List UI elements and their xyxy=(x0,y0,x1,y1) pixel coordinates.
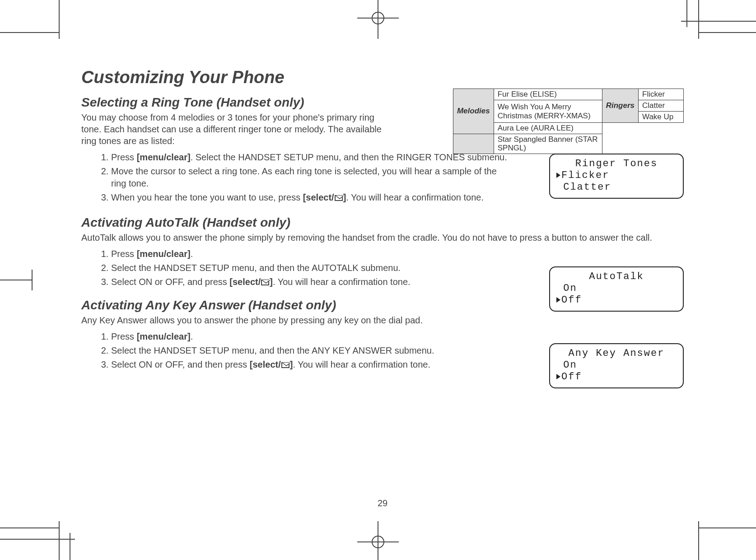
melodies-header: Melodies xyxy=(453,89,494,134)
step-item: Select the HANDSET SETUP menu, and then … xyxy=(111,262,488,274)
ringer-cell: Clatter xyxy=(639,100,684,112)
ringtone-table: Melodies Fur Elise (ELISE) Ringers Flick… xyxy=(453,89,684,154)
lcd-line-selected: Off xyxy=(556,371,677,383)
lcd-title: Ringer Tones xyxy=(556,158,677,170)
caret-icon xyxy=(556,297,560,303)
ringer-cell: Flicker xyxy=(639,89,684,100)
select-key: [select/] xyxy=(250,359,293,369)
melody-cell: Fur Elise (ELISE) xyxy=(494,89,602,100)
crop-mark xyxy=(0,539,75,540)
crop-mark xyxy=(681,21,756,22)
autotalk-steps: Press [menu/clear]. Select the HANDSET S… xyxy=(81,248,488,288)
page-number: 29 xyxy=(81,498,684,509)
step-item: Move the cursor to select a ring tone. A… xyxy=(111,165,510,190)
ringers-header: Ringers xyxy=(602,89,638,123)
crop-mark xyxy=(686,0,687,27)
step-item: Press [menu/clear]. Select the HANDSET S… xyxy=(111,151,510,163)
crop-mark xyxy=(0,32,59,33)
section-intro-autotalk: AutoTalk allows you to answer the phone … xyxy=(81,232,684,243)
menu-clear-key: [menu/clear] xyxy=(137,331,191,341)
crop-mark xyxy=(0,527,59,528)
crop-mark xyxy=(59,0,60,39)
section-intro-anykey: Any Key Answer allows you to answer the … xyxy=(81,314,684,326)
registration-mark-icon xyxy=(368,532,388,552)
select-key: [select/] xyxy=(303,192,346,202)
crop-mark xyxy=(698,0,699,39)
lcd-line: On xyxy=(556,359,677,371)
lcd-autotalk: AutoTalk On Off xyxy=(549,266,684,312)
lcd-title: AutoTalk xyxy=(556,271,677,283)
crop-mark xyxy=(70,533,70,560)
menu-clear-key: [menu/clear] xyxy=(137,152,191,162)
step-item: Press [menu/clear]. xyxy=(111,248,488,260)
section-heading-autotalk: Activating AutoTalk (Handset only) xyxy=(81,215,684,230)
mail-icon xyxy=(261,280,269,285)
registration-mark-icon xyxy=(368,8,388,28)
step-item: When you hear the tone you want to use, … xyxy=(111,191,510,204)
section-intro-ringtone: You may choose from 4 melodies or 3 tone… xyxy=(81,112,388,147)
crop-mark xyxy=(698,521,699,560)
melody-cell: Aura Lee (AURA LEE) xyxy=(494,123,602,134)
step-item: Select ON or OFF, and press [select/]. Y… xyxy=(111,276,488,288)
lcd-line: Clatter xyxy=(556,182,677,193)
select-key: [select/] xyxy=(229,277,273,287)
ringtone-steps: Press [menu/clear]. Select the HANDSET S… xyxy=(81,151,510,204)
step-item: Select the HANDSET SETUP menu, and then … xyxy=(111,345,515,357)
melody-cell: We Wish You A Merry Christmas (MERRY-XMA… xyxy=(494,100,602,123)
page-title: Customizing Your Phone xyxy=(81,68,684,87)
mail-icon xyxy=(281,362,289,368)
caret-icon xyxy=(556,374,560,379)
crop-mark xyxy=(59,521,60,560)
melody-cell: Star Spangled Banner (STAR SPNGL) xyxy=(494,134,602,154)
crop-mark xyxy=(0,280,32,280)
ringer-cell: Wake Up xyxy=(639,112,684,123)
step-item: Select ON or OFF, and then press [select… xyxy=(111,359,515,371)
menu-clear-key: [menu/clear] xyxy=(137,249,191,259)
mail-icon xyxy=(335,195,343,201)
lcd-line-selected: Flicker xyxy=(556,170,677,182)
lcd-anykey: Any Key Answer On Off xyxy=(549,343,684,388)
lcd-line: On xyxy=(556,283,677,294)
crop-mark xyxy=(698,32,756,33)
anykey-steps: Press [menu/clear]. Select the HANDSET S… xyxy=(81,331,515,371)
step-item: Press [menu/clear]. xyxy=(111,331,515,343)
crop-mark xyxy=(698,527,756,528)
lcd-ringer-tones: Ringer Tones Flicker Clatter xyxy=(549,154,684,199)
lcd-title: Any Key Answer xyxy=(556,348,677,359)
caret-icon xyxy=(556,173,560,178)
lcd-line-selected: Off xyxy=(556,294,677,306)
